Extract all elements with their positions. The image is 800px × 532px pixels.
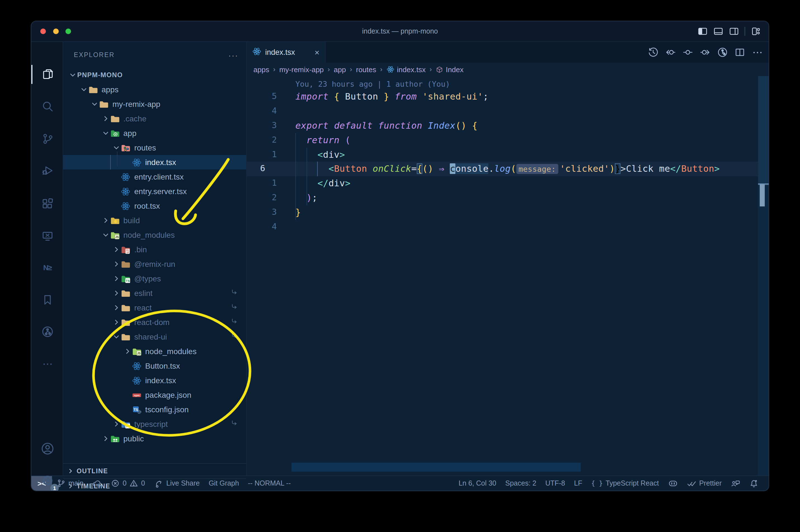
tree-item-node_modules[interactable]: JSnode_modules [63,228,246,242]
explorer-title: EXPLORER [74,52,115,58]
status-feedback[interactable] [726,476,745,491]
status-formatter[interactable]: Prettier [682,476,726,491]
horizontal-scrollbar[interactable] [291,463,581,472]
activity-item-search[interactable] [31,93,63,119]
chevron-down-icon [101,230,110,240]
folder-js-icon: JS [110,230,119,240]
activity-item-remote-explorer[interactable] [31,223,63,249]
breadcrumb-item-app[interactable]: app [334,65,346,74]
next-change-icon[interactable] [700,47,710,58]
status-encoding[interactable]: UTF-8 [541,476,570,491]
settings-badge: 1 [50,484,59,491]
tree-item-apps[interactable]: apps [63,82,246,97]
prev-change-icon[interactable] [665,47,676,58]
activity-item-account[interactable] [31,436,63,461]
status-cursor-position[interactable]: Ln 6, Col 30 [454,476,501,491]
breadcrumb-item-apps[interactable]: apps [253,65,269,74]
activity-item-bookmarks[interactable] [31,287,63,313]
tree-item-label: Button.tsx [145,361,180,370]
customize-layout-icon[interactable] [751,26,761,36]
tree-item-root.tsx[interactable]: root.tsx [63,198,246,213]
folder-types-icon: TS [121,274,130,283]
tree-item-app[interactable]: app [63,126,246,140]
code-line: 2 return ( [247,133,769,148]
close-window-button[interactable] [40,28,46,34]
tree-item-public[interactable]: public [63,431,246,446]
folder-tan-icon [121,303,130,312]
breadcrumb-item-routes[interactable]: routes [356,65,376,74]
change-icon[interactable] [683,47,693,58]
activity-bar: N≥1 [31,42,63,475]
tree-item-build[interactable]: build [63,213,246,228]
tree-item-routes[interactable]: routes [63,140,246,155]
tree-item-PNPM-MONO[interactable]: PNPM-MONO [63,68,246,82]
tree-item-typescript[interactable]: TStypescript [63,417,246,431]
activity-item-run-debug[interactable] [31,158,63,184]
status-vim-mode[interactable]: -- NORMAL -- [243,476,295,491]
tree-item-.bin[interactable]: 0110.bin [63,242,246,257]
tree-item-Button.tsx[interactable]: Button.tsx [63,359,246,373]
folder-tan-icon [110,114,119,124]
activity-item-extensions[interactable] [31,190,63,216]
vscode-window: index.tsx — pnpm-mono N≥1 EXPLORER ··· P… [31,21,769,491]
more-icon[interactable] [752,47,763,58]
tab-index-tsx[interactable]: index.tsx × [247,42,326,63]
code-editor[interactable]: You, 23 hours ago | 1 author (You) 5impo… [247,76,769,475]
breadcrumb-item-my-remix-app[interactable]: my-remix-app [279,65,324,74]
tree-item-react[interactable]: react [63,300,246,315]
toggle-primary-sidebar-icon[interactable] [698,26,708,36]
code-line: 5import { Button } from 'shared-ui'; [247,90,769,104]
line-number: 6 [260,162,265,176]
breadcrumb-item-Index[interactable]: Index [436,65,464,74]
activity-item-git-graph[interactable] [31,319,63,345]
git-graph-circle-icon[interactable] [717,47,728,58]
status-indentation[interactable]: Spaces: 2 [501,476,541,491]
tree-item-@types[interactable]: TS@types [63,271,246,286]
tree-item-node_modules[interactable]: JSnode_modules [63,344,246,359]
tree-item-my-remix-app[interactable]: my-remix-app [63,97,246,111]
tree-item-eslint[interactable]: eslint [63,286,246,300]
chevron-right-icon [66,467,74,475]
tree-item-entry.server.tsx[interactable]: entry.server.tsx [63,184,246,198]
tree-item-label: node_modules [123,230,175,240]
tree-item-package.json[interactable]: npmpackage.json [63,388,246,402]
tree-item-index.tsx[interactable]: index.tsx [63,155,246,170]
tree-item-shared-ui[interactable]: shared-ui [63,329,246,344]
symbol-cube-icon [436,66,443,73]
status-copilot[interactable] [663,476,682,491]
timeline-section-header[interactable]: TIMELINE [63,478,246,491]
svg-text:10: 10 [126,251,129,253]
status-language-mode[interactable]: { }TypeScript React [587,476,663,491]
split-editor-icon[interactable] [735,47,745,58]
tree-item-react-dom[interactable]: react-dom [63,315,246,329]
tree-item-index.tsx[interactable]: index.tsx [63,373,246,388]
indent [123,391,132,399]
tree-item-@remix-run[interactable]: @remix-run [63,257,246,271]
toggle-panel-icon[interactable] [713,26,723,36]
breadcrumb-separator: › [273,65,275,73]
breadcrumb-item-index.tsx[interactable]: index.tsx [386,65,426,74]
minimize-window-button[interactable] [53,28,58,34]
outline-section-header[interactable]: OUTLINE [63,463,246,478]
tree-item-tsconfig.json[interactable]: TStsconfig.json [63,402,246,417]
activity-item-settings[interactable]: 1 [31,468,63,491]
activity-item-source-control[interactable] [31,126,63,152]
close-tab-icon[interactable]: × [315,48,320,57]
vertical-scrollbar[interactable] [758,76,769,475]
zoom-window-button[interactable] [65,28,71,34]
tree-item-label: tsconfig.json [145,405,189,414]
history-icon[interactable] [648,47,659,58]
tree-item-entry.client.tsx[interactable]: entry.client.tsx [63,170,246,184]
tree-item-.cache[interactable]: .cache [63,111,246,126]
activity-item-nx-console[interactable]: N≥ [31,255,63,281]
line-number: 2 [247,191,277,205]
status-eol[interactable]: LF [570,476,587,491]
toggle-secondary-sidebar-icon[interactable] [729,26,739,36]
activity-item-explorer[interactable] [31,61,63,87]
activity-item-more-views[interactable] [31,351,63,377]
copilot-icon [668,478,678,488]
chevron-right-icon [101,434,110,443]
explorer-more-actions-button[interactable]: ··· [228,50,238,60]
remote-explorer-icon [41,230,53,242]
status-notifications[interactable] [745,476,763,491]
